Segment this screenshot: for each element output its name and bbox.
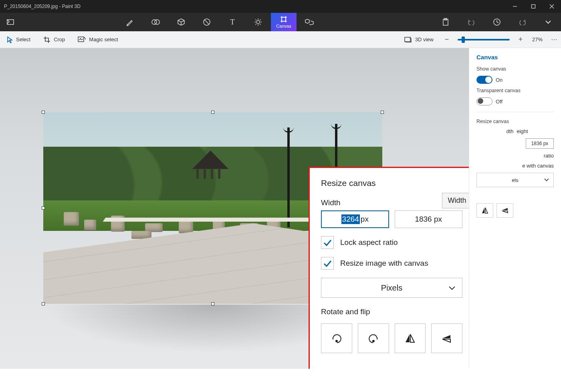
redo-button[interactable] (510, 13, 535, 31)
history-button[interactable] (484, 13, 510, 31)
undo-button[interactable] (458, 13, 484, 31)
svg-point-5 (152, 20, 157, 24)
side-height-label: eight (517, 128, 528, 134)
side-title: Canvas (476, 54, 554, 61)
width-label: Width (321, 198, 389, 207)
more-button[interactable]: ⋯ (547, 36, 561, 43)
rotate-flip-title: Rotate and flip (321, 307, 462, 316)
3d-view-label: 3D view (415, 36, 434, 42)
height-unit: px (434, 215, 442, 224)
title-bar: P_20150604_205209.jpg - Paint 3D (0, 0, 561, 13)
rotate-cw-button[interactable] (358, 323, 389, 353)
select-tool[interactable]: Select (0, 31, 37, 48)
rotate-ccw-button[interactable] (321, 323, 352, 353)
svg-marker-37 (485, 208, 488, 213)
side-flip-h-button[interactable] (476, 203, 493, 218)
resize-handle[interactable] (42, 302, 45, 305)
show-canvas-toggle[interactable] (476, 76, 492, 84)
expand-button[interactable] (535, 13, 561, 31)
sub-toolbar: Select Crop Magic select 3D view − + 27%… (0, 31, 561, 48)
resize-handle[interactable] (211, 111, 214, 114)
canvas-tab-label: Canvas (276, 24, 291, 28)
lock-aspect-checkbox[interactable] (321, 236, 334, 249)
transparent-label: Transparent canvas (476, 88, 554, 93)
flip-vertical-button[interactable] (431, 323, 462, 353)
side-with-canvas-label: e with canvas (522, 163, 554, 169)
svg-rect-1 (532, 5, 535, 8)
svg-rect-29 (405, 37, 410, 42)
width-value: 3264 (341, 214, 360, 224)
show-canvas-state: On (496, 77, 502, 83)
canvas-viewport[interactable]: Resize canvas Width 3264px Width eight 1… (0, 48, 469, 392)
svg-point-27 (85, 37, 85, 38)
popup-title: Resize canvas (321, 178, 462, 188)
svg-marker-39 (502, 211, 508, 213)
canvas-tab[interactable]: Canvas (271, 13, 297, 31)
resize-canvas-popup: Resize canvas Width 3264px Width eight 1… (309, 167, 469, 392)
resize-handle[interactable] (42, 111, 45, 114)
paste-button[interactable] (433, 13, 458, 31)
maximize-button[interactable] (524, 0, 543, 13)
chevron-down-icon (544, 177, 549, 183)
unit-value: Pixels (381, 283, 402, 293)
svg-line-17 (260, 20, 261, 20)
svg-point-9 (256, 20, 260, 24)
resize-handle[interactable] (42, 206, 45, 210)
svg-point-6 (155, 20, 159, 24)
unit-select[interactable]: Pixels (321, 278, 462, 298)
svg-marker-35 (442, 339, 450, 342)
3d-library-tab[interactable] (297, 13, 322, 31)
bottom-gap (0, 369, 561, 392)
svg-line-16 (256, 24, 256, 25)
side-width-label: dth (506, 128, 513, 134)
close-button[interactable] (543, 0, 561, 13)
svg-line-8 (204, 20, 209, 24)
svg-point-28 (85, 38, 86, 39)
resize-with-canvas-checkbox[interactable] (321, 257, 334, 270)
svg-marker-33 (410, 334, 414, 342)
zoom-in-button[interactable]: + (514, 35, 527, 44)
text-tab[interactable]: T (220, 13, 245, 31)
title-text: P_20150604_205209.jpg - Paint 3D (4, 4, 506, 9)
zoom-out-button[interactable]: − (440, 35, 454, 44)
svg-point-31 (373, 340, 374, 342)
svg-marker-36 (482, 208, 484, 213)
effects-tab[interactable] (245, 13, 271, 31)
magic-select-tool[interactable]: Magic select (71, 31, 124, 48)
zoom-slider[interactable] (458, 39, 510, 40)
stickers-tab[interactable] (194, 13, 220, 31)
svg-marker-32 (406, 334, 410, 342)
side-flip-v-button[interactable] (496, 203, 513, 218)
flip-horizontal-button[interactable] (395, 323, 426, 353)
top-toolbar: T Canvas (0, 13, 561, 31)
magic-label: Magic select (89, 36, 118, 42)
brushes-tab[interactable] (117, 13, 143, 31)
lock-aspect-label: Lock aspect ratio (340, 238, 398, 247)
width-input[interactable]: 3264px (321, 210, 389, 228)
side-unit-select[interactable]: els (476, 173, 554, 187)
chevron-down-icon (448, 283, 456, 293)
resize-with-label: Resize image with canvas (340, 259, 428, 268)
resize-handle[interactable] (381, 111, 384, 114)
resize-handle[interactable] (211, 302, 214, 305)
2d-shapes-tab[interactable] (143, 13, 168, 31)
crop-label: Crop (54, 36, 65, 42)
side-unit-value: els (512, 177, 519, 183)
svg-point-30 (336, 340, 337, 342)
3d-shapes-tab[interactable] (168, 13, 194, 31)
side-height-input[interactable]: 1836 px (526, 138, 554, 149)
svg-marker-34 (442, 335, 450, 338)
menu-button[interactable] (0, 13, 21, 31)
3d-view-button[interactable]: 3D view (398, 31, 440, 48)
transparent-state: Off (496, 99, 502, 105)
select-label: Select (16, 36, 30, 42)
width-tooltip: Width (442, 193, 469, 208)
transparent-toggle[interactable] (476, 97, 492, 105)
side-ratio-label: ratio (544, 153, 554, 159)
width-unit: px (361, 215, 369, 224)
main-area: Resize canvas Width 3264px Width eight 1… (0, 48, 561, 392)
crop-tool[interactable]: Crop (37, 31, 71, 48)
height-input[interactable]: 1836 px (395, 210, 463, 228)
minimize-button[interactable] (506, 0, 524, 13)
zoom-value: 27% (527, 36, 547, 42)
